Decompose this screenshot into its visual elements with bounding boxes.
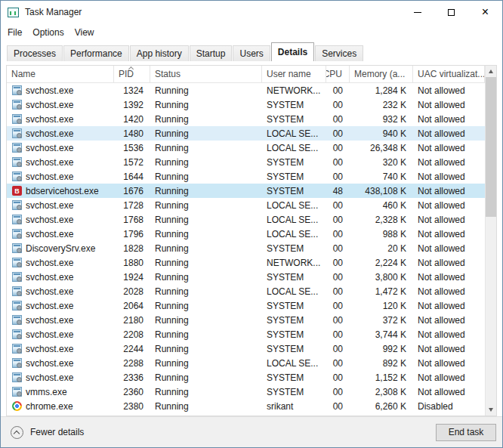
- user-name-cell: LOCAL SE...: [262, 229, 326, 239]
- table-row[interactable]: svchost.exe1796RunningLOCAL SE...00988 K…: [7, 227, 485, 241]
- table-row[interactable]: svchost.exe1536RunningLOCAL SE...0026,34…: [7, 141, 485, 155]
- table-row[interactable]: svchost.exe2244RunningSYSTEM00992 KNot a…: [7, 341, 485, 356]
- process-name: svchost.exe: [26, 100, 73, 110]
- process-name: svchost.exe: [26, 229, 73, 239]
- user-name-cell: SYSTEM: [262, 100, 326, 110]
- process-name-cell: chrome.exe: [7, 401, 114, 412]
- scrollbar-thumb[interactable]: [486, 77, 496, 217]
- table-row[interactable]: svchost.exe1924RunningSYSTEM003,800 KNot…: [7, 270, 485, 284]
- process-name: svchost.exe: [26, 358, 73, 369]
- pid-cell: 1768: [114, 215, 150, 225]
- cpu-cell: 00: [326, 358, 350, 369]
- exe-window-icon: [12, 329, 22, 339]
- memory-cell: 2,308 K: [350, 387, 413, 397]
- tab-performance[interactable]: Performance: [63, 45, 129, 61]
- memory-cell: 932 K: [350, 114, 413, 125]
- table-row[interactable]: svchost.exe1644RunningSYSTEM00740 KNot a…: [7, 169, 485, 184]
- pid-cell: 2336: [114, 372, 150, 383]
- table-row[interactable]: svchost.exe2064RunningSYSTEM00120 KNot a…: [7, 298, 485, 313]
- process-name: svchost.exe: [26, 344, 73, 354]
- pid-cell: 1480: [114, 128, 150, 139]
- process-name-cell: svchost.exe: [7, 372, 114, 383]
- fewer-details-toggle[interactable]: Fewer details: [11, 426, 84, 439]
- table-row[interactable]: chrome.exe2380Runningsrikant006,260 KDis…: [7, 399, 485, 413]
- column-header-memory[interactable]: Memory (a...: [350, 66, 413, 82]
- cpu-cell: 00: [326, 85, 350, 96]
- cpu-cell: 00: [326, 171, 350, 182]
- process-name-cell: svchost.exe: [7, 272, 114, 283]
- column-header-name[interactable]: Name: [7, 66, 114, 82]
- exe-window-icon: [12, 200, 22, 210]
- pid-cell: 1536: [114, 143, 150, 153]
- table-row[interactable]: svchost.exe2208RunningSYSTEM003,744 KNot…: [7, 327, 485, 341]
- vertical-scrollbar[interactable]: [485, 66, 496, 416]
- pid-cell: 2244: [114, 344, 150, 354]
- menu-options[interactable]: Options: [27, 23, 69, 42]
- pid-cell: 2028: [114, 286, 150, 297]
- tab-app-history[interactable]: App history: [130, 45, 189, 61]
- column-header-uac-virtualization[interactable]: UAC virtualizat...: [413, 66, 485, 82]
- table-row[interactable]: svchost.exe1324RunningNETWORK...001,284 …: [7, 83, 485, 97]
- exe-window-icon: [12, 157, 22, 167]
- memory-cell: 1,284 K: [350, 85, 413, 96]
- pid-cell: 1924: [114, 272, 150, 283]
- table-row[interactable]: svchost.exe1572RunningSYSTEM00320 KNot a…: [7, 155, 485, 169]
- pid-cell: 1324: [114, 85, 150, 96]
- tab-processes[interactable]: Processes: [7, 45, 63, 61]
- scrollbar-track[interactable]: [486, 77, 496, 404]
- column-header-status[interactable]: Status: [150, 66, 262, 82]
- close-button[interactable]: ×: [468, 1, 502, 23]
- table-row[interactable]: svchost.exe2180RunningSYSTEM00372 KNot a…: [7, 313, 485, 327]
- table-row[interactable]: svchost.exe1392RunningSYSTEM00232 KNot a…: [7, 97, 485, 112]
- column-header-cpu[interactable]: CPU: [326, 66, 350, 82]
- user-name-cell: SYSTEM: [262, 329, 326, 340]
- task-manager-window: Task Manager × File Options View Process…: [0, 0, 503, 448]
- scroll-up-button[interactable]: [486, 66, 496, 77]
- uac-virtualization-cell: Not allowed: [413, 229, 485, 239]
- minimize-button[interactable]: [400, 1, 434, 23]
- tab-details[interactable]: Details: [271, 42, 314, 61]
- user-name-cell: SYSTEM: [262, 243, 326, 254]
- uac-virtualization-cell: Not allowed: [413, 301, 485, 311]
- exe-window-icon: [12, 301, 22, 311]
- table-main: Name PID Status User name CPU Memory (a.…: [7, 66, 485, 416]
- table-row[interactable]: svchost.exe2288RunningLOCAL SE...00892 K…: [7, 356, 485, 370]
- process-name: svchost.exe: [26, 329, 73, 340]
- table-row[interactable]: svchost.exe1768RunningLOCAL SE...002,328…: [7, 212, 485, 227]
- scroll-down-button[interactable]: [486, 404, 496, 416]
- process-name-cell: svchost.exe: [7, 286, 114, 297]
- cpu-cell: 00: [326, 200, 350, 211]
- table-row[interactable]: svchost.exe2028RunningLOCAL SE...001,472…: [7, 284, 485, 298]
- menu-view[interactable]: View: [69, 23, 100, 42]
- table-row[interactable]: svchost.exe2336RunningSYSTEM001,152 KNot…: [7, 370, 485, 385]
- column-header-user-name[interactable]: User name: [262, 66, 326, 82]
- uac-virtualization-cell: Not allowed: [413, 157, 485, 168]
- table-row[interactable]: DiscoverySrv.exe1828RunningSYSTEM0020 KN…: [7, 241, 485, 255]
- table-row[interactable]: svchost.exe1480RunningLOCAL SE...00940 K…: [7, 126, 485, 141]
- user-name-cell: LOCAL SE...: [262, 128, 326, 139]
- table-row[interactable]: svchost.exe1880RunningNETWORK...002,224 …: [7, 255, 485, 270]
- pid-cell: 1644: [114, 171, 150, 182]
- exe-window-icon: [12, 286, 22, 296]
- cpu-cell: 00: [326, 128, 350, 139]
- menu-file[interactable]: File: [2, 23, 27, 42]
- tab-users[interactable]: Users: [233, 45, 270, 61]
- maximize-button[interactable]: [434, 1, 468, 23]
- process-name: svchost.exe: [26, 171, 73, 182]
- exe-window-icon: [12, 243, 22, 253]
- column-header-pid[interactable]: PID: [114, 66, 150, 82]
- memory-cell: 2,328 K: [350, 215, 413, 225]
- table-row[interactable]: svchost.exe1420RunningSYSTEM00932 KNot a…: [7, 112, 485, 126]
- table-row[interactable]: vmms.exe2360RunningSYSTEM002,308 KNot al…: [7, 385, 485, 399]
- exe-window-icon: [12, 128, 22, 138]
- status-cell: Running: [150, 200, 262, 211]
- pid-cell: 2380: [114, 401, 150, 412]
- table-row[interactable]: svchost.exe1728RunningLOCAL SE...00460 K…: [7, 198, 485, 212]
- tab-startup[interactable]: Startup: [190, 45, 233, 61]
- uac-virtualization-cell: Not allowed: [413, 315, 485, 326]
- end-task-button[interactable]: End task: [436, 424, 496, 441]
- titlebar: Task Manager ×: [1, 1, 502, 23]
- table-row[interactable]: bdservicehost.exe1676RunningSYSTEM48438,…: [7, 184, 485, 198]
- memory-cell: 438,108 K: [350, 186, 413, 196]
- tab-services[interactable]: Services: [315, 45, 363, 61]
